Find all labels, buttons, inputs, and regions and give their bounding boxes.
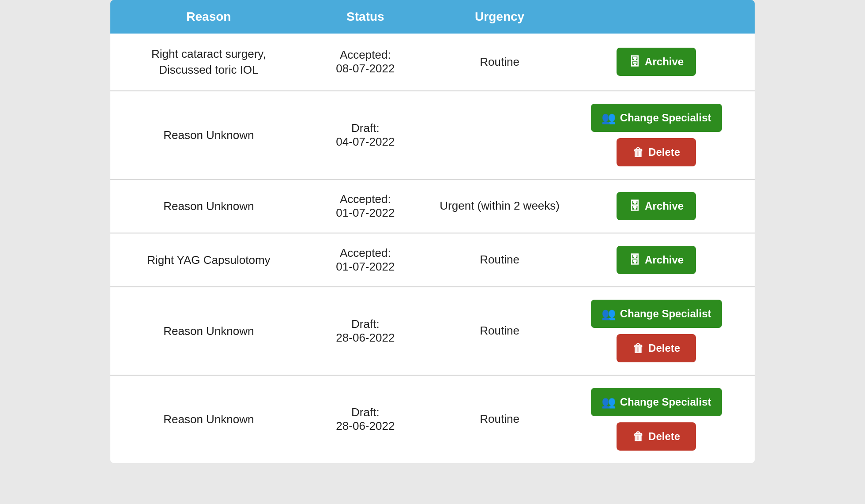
specialist-icon: 👥 — [602, 112, 616, 124]
delete-icon: 🗑 — [632, 147, 644, 158]
change-specialist-button[interactable]: 👥Change Specialist — [591, 388, 722, 416]
archive-label: Archive — [645, 56, 684, 68]
col-reason-header: Reason — [119, 10, 298, 24]
change-specialist-label: Change Specialist — [620, 396, 711, 408]
specialist-icon: 👥 — [602, 308, 616, 320]
cell-actions: 🗄Archive — [567, 246, 746, 274]
cell-urgency: Routine — [432, 324, 567, 338]
delete-icon: 🗑 — [632, 342, 644, 354]
archive-icon: 🗄 — [629, 200, 640, 212]
cell-status: Accepted: 08-07-2022 — [298, 48, 432, 75]
delete-label: Delete — [648, 342, 680, 354]
cell-urgency: Routine — [432, 253, 567, 267]
archive-button[interactable]: 🗄Archive — [617, 192, 696, 220]
table-row: Right cataract surgery, Discussed toric … — [110, 34, 755, 91]
delete-button[interactable]: 🗑Delete — [617, 334, 696, 362]
cell-reason: Reason Unknown — [119, 198, 298, 214]
cell-status: Accepted: 01-07-2022 — [298, 246, 432, 274]
table-row: Reason UnknownAccepted: 01-07-2022Urgent… — [110, 180, 755, 233]
specialist-icon: 👥 — [602, 396, 616, 408]
cell-urgency: Routine — [432, 412, 567, 426]
table-row: Right YAG CapsulotomyAccepted: 01-07-202… — [110, 233, 755, 287]
cell-actions: 👥Change Specialist🗑Delete — [567, 388, 746, 451]
col-actions-header — [567, 10, 746, 24]
cell-actions: 👥Change Specialist🗑Delete — [567, 104, 746, 166]
referrals-table: Reason Status Urgency Right cataract sur… — [110, 0, 755, 463]
table-header: Reason Status Urgency — [110, 0, 755, 34]
archive-button[interactable]: 🗄Archive — [617, 48, 696, 76]
delete-icon: 🗑 — [632, 431, 644, 442]
table-row: Reason UnknownDraft: 28-06-2022Routine👥C… — [110, 287, 755, 376]
col-urgency-header: Urgency — [432, 10, 567, 24]
change-specialist-button[interactable]: 👥Change Specialist — [591, 104, 722, 132]
table-row: Reason UnknownDraft: 28-06-2022Routine👥C… — [110, 376, 755, 463]
cell-status: Draft: 04-07-2022 — [298, 121, 432, 149]
change-specialist-button[interactable]: 👥Change Specialist — [591, 300, 722, 328]
cell-reason: Reason Unknown — [119, 127, 298, 143]
col-status-header: Status — [298, 10, 432, 24]
change-specialist-label: Change Specialist — [620, 308, 711, 320]
delete-button[interactable]: 🗑Delete — [617, 422, 696, 451]
archive-label: Archive — [645, 200, 684, 212]
cell-actions: 🗄Archive — [567, 192, 746, 220]
cell-actions: 👥Change Specialist🗑Delete — [567, 300, 746, 362]
archive-button[interactable]: 🗄Archive — [617, 246, 696, 274]
archive-icon: 🗄 — [629, 254, 640, 266]
cell-reason: Reason Unknown — [119, 411, 298, 427]
cell-actions: 🗄Archive — [567, 48, 746, 76]
cell-status: Draft: 28-06-2022 — [298, 317, 432, 345]
delete-button[interactable]: 🗑Delete — [617, 138, 696, 166]
table-body: Right cataract surgery, Discussed toric … — [110, 34, 755, 463]
cell-reason: Right YAG Capsulotomy — [119, 252, 298, 268]
delete-label: Delete — [648, 430, 680, 443]
archive-label: Archive — [645, 254, 684, 266]
cell-reason: Reason Unknown — [119, 323, 298, 339]
delete-label: Delete — [648, 146, 680, 158]
cell-status: Accepted: 01-07-2022 — [298, 192, 432, 220]
cell-status: Draft: 28-06-2022 — [298, 406, 432, 433]
cell-urgency: Urgent (within 2 weeks) — [432, 199, 567, 213]
cell-reason: Right cataract surgery, Discussed toric … — [119, 46, 298, 78]
table-row: Reason UnknownDraft: 04-07-2022👥Change S… — [110, 91, 755, 180]
change-specialist-label: Change Specialist — [620, 112, 711, 124]
cell-urgency: Routine — [432, 55, 567, 69]
archive-icon: 🗄 — [629, 56, 640, 68]
